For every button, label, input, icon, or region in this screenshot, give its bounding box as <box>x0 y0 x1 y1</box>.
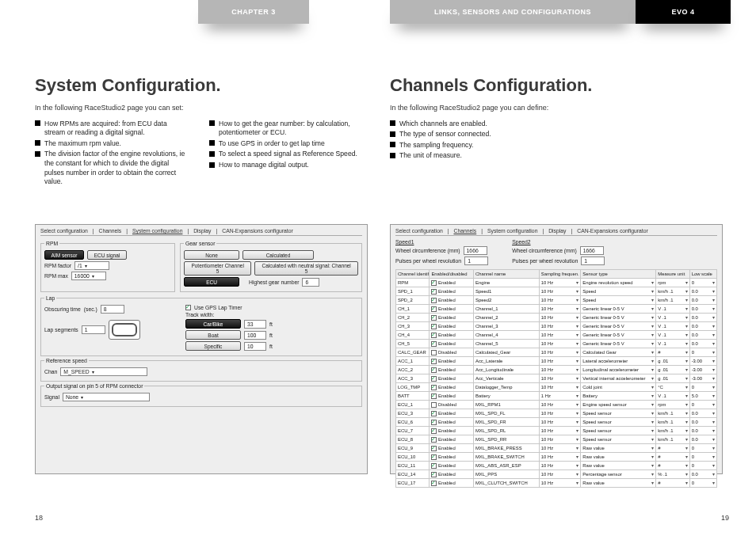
table-cell[interactable]: 10 Hz <box>539 401 581 409</box>
obscuring-time-field[interactable]: 8 <box>101 305 124 314</box>
gear-calcneutral-button[interactable]: Calculated with neutral signal: Channel … <box>254 261 358 276</box>
table-cell[interactable]: Enabled <box>430 305 474 314</box>
table-cell[interactable]: Raw value <box>581 479 656 488</box>
enable-checkbox[interactable] <box>431 306 437 312</box>
table-cell[interactable]: Calculated Gear <box>581 348 656 357</box>
table-cell[interactable]: 10 Hz <box>539 409 581 418</box>
rpm-factor-select[interactable]: /1 <box>74 261 109 270</box>
table-cell[interactable]: 10 Hz <box>539 418 581 427</box>
table-cell[interactable]: Speed sensor <box>581 418 656 427</box>
table-cell[interactable]: 10 Hz <box>539 462 581 470</box>
table-cell[interactable]: 10 Hz <box>539 331 581 340</box>
table-cell[interactable]: # <box>656 462 689 470</box>
tab-item[interactable]: Display <box>548 228 566 234</box>
table-cell[interactable]: Enabled <box>430 418 474 427</box>
table-cell[interactable]: Engine speed sensor <box>581 401 656 409</box>
table-cell[interactable]: 1 Hz <box>539 392 581 401</box>
enable-checkbox[interactable] <box>431 393 437 399</box>
table-cell[interactable]: V .1 <box>656 305 689 314</box>
pulses1-field[interactable]: 1 <box>464 257 488 265</box>
table-cell[interactable]: Generic linear 0-5 V <box>581 305 656 314</box>
table-cell[interactable]: 10 Hz <box>539 479 581 488</box>
enable-checkbox[interactable] <box>431 315 437 321</box>
tab-item[interactable]: System configuration <box>487 228 537 234</box>
table-cell[interactable]: -3.00 <box>689 357 716 366</box>
table-cell[interactable]: Enabled <box>430 392 474 401</box>
table-cell[interactable]: 0 <box>689 279 716 287</box>
table-cell[interactable]: km/h .1 <box>656 418 689 427</box>
table-cell[interactable]: % .1 <box>656 470 689 479</box>
tab-item[interactable]: Select configuration <box>395 228 443 234</box>
table-cell[interactable]: Disabled <box>430 401 474 409</box>
table-cell[interactable]: 0.0 <box>689 427 716 435</box>
table-cell[interactable]: 0.0 <box>689 435 716 444</box>
table-cell[interactable]: # <box>656 348 689 357</box>
table-cell[interactable]: Enabled <box>430 296 474 305</box>
enable-checkbox[interactable] <box>431 298 437 303</box>
enable-checkbox[interactable] <box>431 350 437 355</box>
table-cell[interactable]: Raw value <box>581 453 656 462</box>
aim-sensor-button[interactable]: AIM sensor <box>44 250 84 260</box>
table-cell[interactable]: 10 Hz <box>539 314 581 322</box>
table-cell[interactable]: 10 Hz <box>539 279 581 287</box>
table-cell[interactable]: Enabled <box>430 314 474 322</box>
table-cell[interactable]: -3.00 <box>689 374 716 383</box>
enable-checkbox[interactable] <box>431 289 437 295</box>
table-cell[interactable]: rpm <box>656 401 689 409</box>
tab-item[interactable]: Display <box>193 228 211 234</box>
table-cell[interactable]: 0 <box>689 348 716 357</box>
table-cell[interactable]: Enabled <box>430 453 474 462</box>
table-cell[interactable]: 0 <box>689 479 716 488</box>
table-cell[interactable]: Enabled <box>430 409 474 418</box>
table-cell[interactable]: # <box>656 444 689 453</box>
table-cell[interactable]: Enabled <box>430 470 474 479</box>
table-cell[interactable]: 0 <box>689 453 716 462</box>
enable-checkbox[interactable] <box>431 437 437 443</box>
table-cell[interactable]: Generic linear 0-5 V <box>581 331 656 340</box>
table-cell[interactable]: km/h .1 <box>656 296 689 305</box>
enable-checkbox[interactable] <box>431 341 437 347</box>
table-cell[interactable]: km/h .1 <box>656 287 689 296</box>
gear-pot-button[interactable]: Potentiometer Channel 5 <box>184 261 251 276</box>
table-cell[interactable]: 10 Hz <box>539 374 581 383</box>
lap-segments-field[interactable]: 1 <box>82 325 105 334</box>
enable-checkbox[interactable] <box>431 367 437 373</box>
enable-checkbox[interactable] <box>431 472 437 477</box>
table-cell[interactable]: Speed <box>581 287 656 296</box>
table-cell[interactable]: Speed <box>581 296 656 305</box>
enable-checkbox[interactable] <box>431 411 437 416</box>
table-cell[interactable]: Speed sensor <box>581 435 656 444</box>
table-cell[interactable]: Raw value <box>581 462 656 470</box>
trackwidth-car/bike-button[interactable]: Car/Bike <box>185 319 241 329</box>
table-cell[interactable]: g .01 <box>656 374 689 383</box>
table-cell[interactable]: Enabled <box>430 374 474 383</box>
table-cell[interactable]: 5.0 <box>689 392 716 401</box>
table-cell[interactable]: Enabled <box>430 357 474 366</box>
table-cell[interactable]: 0.0 <box>689 305 716 314</box>
gear-calculated-button[interactable]: Calculated <box>242 250 314 260</box>
table-cell[interactable]: Enabled <box>430 383 474 392</box>
table-cell[interactable]: V .1 <box>656 314 689 322</box>
trackwidth-value-field[interactable]: 10 <box>244 342 266 351</box>
table-cell[interactable]: Disabled <box>430 348 474 357</box>
rpm-max-select[interactable]: 16000 <box>71 272 106 280</box>
table-cell[interactable]: Engine revolution speed <box>581 279 656 287</box>
table-cell[interactable]: 10 Hz <box>539 453 581 462</box>
enable-checkbox[interactable] <box>431 385 437 390</box>
table-cell[interactable]: km/h .1 <box>656 409 689 418</box>
table-cell[interactable]: V .1 <box>656 340 689 348</box>
table-cell[interactable]: Percentage sensor <box>581 470 656 479</box>
table-cell[interactable]: km/h .1 <box>656 435 689 444</box>
table-cell[interactable]: # <box>656 453 689 462</box>
table-cell[interactable]: 0.0 <box>689 340 716 348</box>
table-cell[interactable]: rpm <box>656 279 689 287</box>
enable-checkbox[interactable] <box>431 428 437 434</box>
table-cell[interactable]: 10 Hz <box>539 357 581 366</box>
table-cell[interactable]: V .1 <box>656 392 689 401</box>
enable-checkbox[interactable] <box>431 420 437 425</box>
table-cell[interactable]: # <box>656 479 689 488</box>
table-cell[interactable]: Enabled <box>430 366 474 374</box>
table-cell[interactable]: 10 Hz <box>539 383 581 392</box>
tab-item[interactable]: CAN-Expansions configurator <box>222 228 293 234</box>
use-gps-checkbox[interactable] <box>185 305 191 310</box>
